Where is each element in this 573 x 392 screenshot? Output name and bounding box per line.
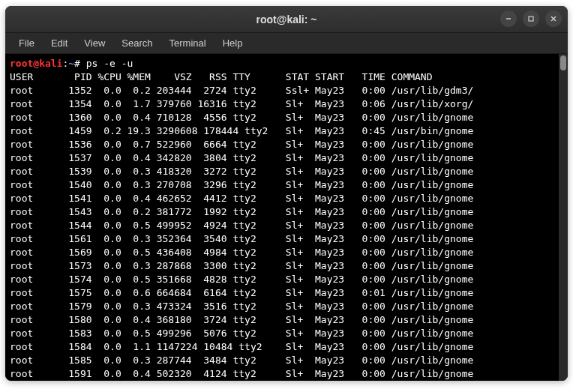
ps-row: root 1561 0.0 0.3 352364 3540 tty2 Sl+ M…: [10, 232, 554, 246]
close-icon: [550, 15, 557, 22]
menu-terminal[interactable]: Terminal: [162, 34, 214, 52]
ps-row: root 1575 0.0 0.6 664684 6164 tty2 Sl+ M…: [10, 286, 554, 300]
ps-row: root 1360 0.0 0.4 710128 4556 tty2 Sl+ M…: [10, 111, 554, 124]
ps-row: root 1537 0.0 0.4 342820 3804 tty2 Sl+ M…: [10, 151, 554, 165]
ps-row: root 1541 0.0 0.4 462652 4412 tty2 Sl+ M…: [10, 192, 554, 205]
ps-row: root 1573 0.0 0.3 287868 3300 tty2 Sl+ M…: [10, 259, 554, 273]
minimize-icon: [505, 15, 512, 22]
svg-rect-1: [529, 16, 533, 21]
ps-row: root 1579 0.0 0.3 473324 3516 tty2 Sl+ M…: [10, 300, 554, 313]
window-title: root@kali: ~: [256, 13, 317, 25]
close-button[interactable]: [545, 10, 562, 27]
ps-row: root 1580 0.0 0.4 368180 3724 tty2 Sl+ M…: [10, 313, 554, 327]
ps-rows: root 1352 0.0 0.2 203444 2724 tty2 Ssl+ …: [10, 84, 554, 381]
ps-row: root 1352 0.0 0.2 203444 2724 tty2 Ssl+ …: [10, 84, 554, 97]
menu-search[interactable]: Search: [114, 34, 160, 52]
prompt-line: root@kali:~# ps -e -u: [10, 57, 554, 70]
menubar: File Edit View Search Terminal Help: [5, 33, 568, 54]
prompt-path: ~: [68, 58, 74, 69]
maximize-button[interactable]: [523, 10, 539, 27]
terminal-content: root@kali:~# ps -e -u USER PID %CPU %MEM…: [10, 57, 563, 381]
terminal-area[interactable]: root@kali:~# ps -e -u USER PID %CPU %MEM…: [5, 54, 568, 381]
ps-row: root 1584 0.0 1.1 1147224 10484 tty2 Sl+…: [10, 340, 554, 354]
terminal-window: root@kali: ~ File Edit View Search Termi…: [5, 6, 568, 381]
ps-row: root 1354 0.0 1.7 379760 16316 tty2 Sl+ …: [10, 97, 554, 111]
ps-header: USER PID %CPU %MEM VSZ RSS TTY STAT STAR…: [10, 70, 554, 84]
menu-help[interactable]: Help: [215, 34, 250, 52]
scrollbar[interactable]: [559, 54, 568, 381]
ps-row: root 1544 0.0 0.5 499952 4924 tty2 Sl+ M…: [10, 219, 554, 232]
ps-row: root 1459 0.2 19.3 3290608 178444 tty2 S…: [10, 124, 554, 138]
prompt-user: root@kali: [10, 58, 62, 69]
scrollbar-thumb[interactable]: [560, 55, 566, 70]
ps-row: root 1591 0.0 0.4 502320 4124 tty2 Sl+ M…: [10, 367, 554, 381]
titlebar: root@kali: ~: [5, 6, 568, 33]
menu-file[interactable]: File: [11, 34, 42, 52]
maximize-icon: [527, 15, 535, 22]
prompt-sep2: #: [74, 58, 86, 69]
menu-edit[interactable]: Edit: [44, 34, 75, 52]
menu-view[interactable]: View: [76, 34, 112, 52]
ps-row: root 1574 0.0 0.5 351668 4828 tty2 Sl+ M…: [10, 273, 554, 286]
ps-row: root 1540 0.0 0.3 270708 3296 tty2 Sl+ M…: [10, 178, 554, 192]
ps-row: root 1536 0.0 0.7 522960 6664 tty2 Sl+ M…: [10, 138, 554, 151]
window-controls: [500, 10, 562, 27]
ps-row: root 1583 0.0 0.5 499296 5076 tty2 Sl+ M…: [10, 327, 554, 340]
ps-row: root 1539 0.0 0.3 418320 3272 tty2 Sl+ M…: [10, 165, 554, 178]
minimize-button[interactable]: [500, 10, 517, 27]
ps-row: root 1569 0.0 0.5 436408 4984 tty2 Sl+ M…: [10, 246, 554, 259]
ps-row: root 1543 0.0 0.2 381772 1992 tty2 Sl+ M…: [10, 205, 554, 219]
ps-row: root 1585 0.0 0.3 287744 3484 tty2 Sl+ M…: [10, 354, 554, 367]
command-text: ps -e -u: [86, 58, 134, 69]
